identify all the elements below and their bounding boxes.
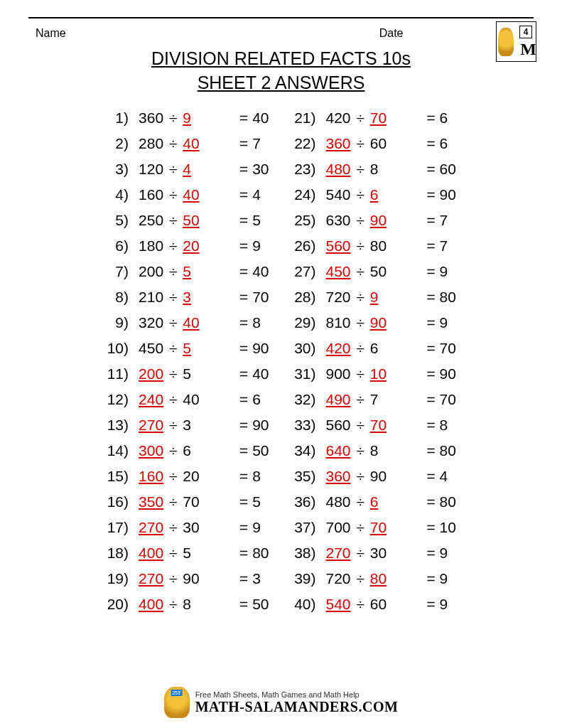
problem-row: 6)180 ÷ 20= 9: [106, 233, 269, 259]
problem-row: 20)400 ÷ 8= 50: [106, 592, 269, 617]
problem-row: 13)270 ÷ 3= 90: [106, 412, 269, 438]
problem-result: = 9: [229, 233, 269, 259]
problem-result: = 7: [417, 208, 456, 233]
problem-expression: 420 ÷ 70: [326, 105, 417, 131]
division-sign: ÷: [351, 442, 370, 459]
problem-number: 11): [106, 361, 139, 387]
dividend: 450: [326, 263, 351, 279]
problem-row: 15)160 ÷ 20= 8: [106, 464, 269, 489]
problem-result: = 9: [417, 592, 456, 617]
grade-badge: 4 M: [496, 21, 536, 62]
problem-number: 21): [293, 105, 326, 131]
title-block: DIVISION RELATED FACTS 10s SHEET 2 ANSWE…: [21, 47, 541, 95]
problem-row: 39)720 ÷ 80= 9: [293, 566, 456, 592]
problem-row: 23)480 ÷ 8= 60: [293, 156, 456, 182]
problem-result: = 9: [417, 540, 456, 566]
problem-expression: 200 ÷ 5: [139, 259, 229, 284]
name-label: Name: [36, 27, 207, 40]
dividend: 490: [326, 391, 351, 407]
divisor: 6: [183, 442, 191, 459]
problem-number: 13): [106, 412, 139, 438]
divisor: 20: [183, 237, 199, 254]
divisor: 3: [183, 417, 191, 433]
dividend: 300: [139, 442, 163, 459]
problem-result: = 4: [417, 464, 456, 489]
problem-number: 38): [293, 540, 326, 566]
problem-number: 9): [106, 310, 139, 336]
divisor: 40: [183, 186, 199, 203]
problem-expression: 350 ÷ 70: [139, 489, 229, 515]
dividend: 120: [139, 161, 163, 177]
dividend: 420: [326, 109, 351, 126]
divisor: 10: [370, 365, 387, 382]
problem-row: 17)270 ÷ 30= 9: [106, 515, 269, 540]
problem-row: 9)320 ÷ 40= 8: [106, 310, 269, 336]
problem-number: 23): [293, 156, 326, 182]
problem-expression: 480 ÷ 6: [326, 489, 417, 515]
problem-result: = 40: [229, 259, 269, 284]
divisor: 80: [370, 237, 387, 254]
problem-number: 34): [293, 438, 326, 464]
dividend: 420: [326, 340, 351, 356]
problem-number: 1): [106, 105, 139, 131]
problem-number: 29): [293, 310, 326, 336]
problem-expression: 720 ÷ 9: [326, 284, 417, 310]
divisor: 60: [370, 135, 387, 151]
division-sign: ÷: [163, 289, 183, 305]
problem-number: 7): [106, 259, 139, 284]
problem-number: 19): [106, 566, 139, 592]
problem-expression: 160 ÷ 40: [139, 182, 229, 208]
divisor: 90: [370, 468, 387, 484]
problem-expression: 560 ÷ 70: [326, 412, 417, 438]
problem-row: 7)200 ÷ 5= 40: [106, 259, 269, 284]
division-sign: ÷: [351, 596, 370, 612]
divisor: 6: [370, 340, 379, 356]
division-sign: ÷: [351, 237, 370, 254]
footer: Free Math Sheets, Math Games and Math He…: [0, 687, 562, 718]
division-sign: ÷: [163, 314, 183, 331]
problem-expression: 540 ÷ 60: [326, 592, 417, 617]
division-sign: ÷: [163, 263, 183, 279]
divisor: 60: [370, 596, 387, 612]
problem-expression: 480 ÷ 8: [326, 156, 417, 182]
problem-result: = 9: [229, 515, 269, 540]
division-sign: ÷: [163, 468, 183, 484]
dividend: 540: [326, 596, 351, 612]
problem-result: = 6: [417, 105, 456, 131]
division-sign: ÷: [163, 161, 183, 177]
problem-expression: 450 ÷ 50: [326, 259, 417, 284]
divisor: 50: [183, 212, 199, 228]
badge-letter: M: [520, 40, 533, 59]
problem-expression: 280 ÷ 40: [139, 131, 229, 156]
problem-expression: 360 ÷ 60: [326, 131, 417, 156]
dividend: 270: [139, 570, 163, 587]
problem-result: = 9: [417, 259, 456, 284]
footer-tagline: Free Math Sheets, Math Games and Math He…: [195, 690, 399, 699]
problem-result: = 8: [229, 464, 269, 489]
dividend: 360: [139, 109, 163, 126]
divisor: 70: [370, 519, 387, 535]
division-sign: ÷: [163, 135, 183, 151]
divisor: 9: [183, 109, 191, 126]
problem-number: 30): [293, 336, 326, 361]
problem-expression: 900 ÷ 10: [326, 361, 417, 387]
divisor: 80: [370, 570, 387, 587]
divisor: 70: [370, 417, 387, 433]
problem-number: 22): [293, 131, 326, 156]
dividend: 180: [139, 237, 163, 254]
dividend: 200: [139, 365, 163, 382]
problem-result: = 80: [417, 489, 456, 515]
divisor: 5: [183, 365, 191, 382]
problem-row: 18)400 ÷ 5= 80: [106, 540, 269, 566]
problem-number: 37): [293, 515, 326, 540]
dividend: 720: [326, 289, 351, 305]
divisor: 90: [370, 212, 387, 228]
problem-result: = 8: [417, 412, 456, 438]
dividend: 250: [139, 212, 163, 228]
divisor: 70: [370, 109, 387, 126]
problem-expression: 400 ÷ 5: [139, 540, 229, 566]
divisor: 8: [370, 161, 379, 177]
header-row: Name Date: [21, 27, 541, 44]
dividend: 720: [326, 570, 351, 587]
problem-row: 34)640 ÷ 8= 80: [293, 438, 456, 464]
